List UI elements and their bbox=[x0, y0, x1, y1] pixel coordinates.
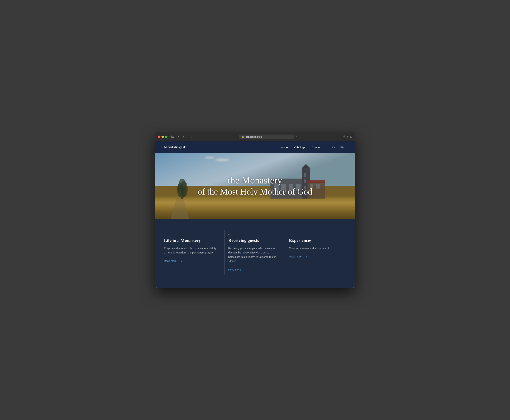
lang-sk[interactable]: SK bbox=[330, 144, 337, 150]
grid-button[interactable]: ⊞ bbox=[350, 135, 352, 138]
site-logo[interactable]: benediktinky.sk bbox=[164, 145, 186, 149]
grid-icon: ⊞ bbox=[350, 135, 352, 138]
arrow-icon: ⟶ bbox=[178, 259, 182, 263]
browser-window: ▾ ‹ › 🛡 🔒 benediktinky.sk ↻ ⎙ + bbox=[155, 132, 355, 288]
forward-button[interactable]: › bbox=[185, 135, 188, 139]
card-3-title: Experiences bbox=[289, 238, 339, 243]
arrow-icon-2: ⟶ bbox=[242, 268, 247, 271]
share-button[interactable]: ⎙ bbox=[343, 135, 345, 138]
card-1: 01 Life in a Monastery Prayers and penan… bbox=[164, 230, 224, 275]
card-3: 03 Experiences Monastery from a visitor´… bbox=[286, 230, 346, 275]
card-2-number: 02 bbox=[228, 233, 278, 236]
close-button[interactable] bbox=[158, 136, 160, 138]
share-icon: ⎙ bbox=[343, 135, 345, 138]
sidebar-toggle-button[interactable] bbox=[170, 135, 175, 139]
address-bar[interactable]: 🔒 benediktinky.sk bbox=[239, 135, 294, 139]
nav-divider bbox=[327, 145, 327, 150]
chevron-down-icon: ▾ bbox=[178, 135, 179, 138]
card-1-read-more[interactable]: Read more ⟶ bbox=[164, 259, 217, 263]
nav-link-offerings[interactable]: Offerings bbox=[292, 144, 308, 150]
minimize-button[interactable] bbox=[162, 136, 164, 138]
lock-icon: 🔒 bbox=[242, 136, 244, 138]
lang-en[interactable]: EN bbox=[339, 144, 346, 150]
nav-buttons: ‹ › bbox=[182, 135, 188, 139]
website-content: benediktinky.sk Home Offerings Contact S… bbox=[155, 142, 355, 288]
hero-title-line1: the Monastery bbox=[228, 175, 282, 186]
security-shield-icon: 🛡 bbox=[191, 135, 193, 138]
hero-title-line2: of the Most Holy Mother of God bbox=[198, 186, 312, 197]
plus-icon: + bbox=[347, 135, 348, 138]
card-1-text: Prayers and penance: the most important … bbox=[164, 246, 217, 255]
back-button[interactable]: ‹ bbox=[182, 135, 185, 139]
card-2: 02 Receiving guests Receiving guests: An… bbox=[224, 230, 285, 275]
cards-grid: 01 Life in a Monastery Prayers and penan… bbox=[164, 230, 346, 275]
traffic-lights bbox=[158, 136, 167, 138]
card-3-number: 03 bbox=[289, 233, 339, 236]
card-1-title: Life in a Monastery bbox=[164, 238, 217, 243]
reload-button[interactable]: ↻ bbox=[295, 135, 297, 139]
new-tab-button[interactable]: + bbox=[347, 135, 348, 138]
nav-link-home[interactable]: Home bbox=[278, 144, 290, 150]
svg-rect-0 bbox=[170, 135, 172, 138]
browser-chrome: ▾ ‹ › 🛡 🔒 benediktinky.sk ↻ ⎙ + bbox=[155, 132, 355, 142]
forward-icon: › bbox=[186, 135, 187, 138]
site-navigation: benediktinky.sk Home Offerings Contact S… bbox=[155, 142, 355, 153]
svg-rect-2 bbox=[172, 136, 174, 137]
hero-section: the Monastery of the Most Holy Mother of… bbox=[155, 153, 355, 219]
card-1-number: 01 bbox=[164, 233, 217, 236]
browser-actions: ⎙ + ⊞ bbox=[343, 135, 352, 138]
address-bar-container: 🔒 benediktinky.sk ↻ bbox=[196, 135, 341, 139]
card-2-text: Receiving guests: Anyone who desires to … bbox=[228, 246, 278, 263]
card-2-title: Receiving guests bbox=[228, 238, 278, 243]
back-icon: ‹ bbox=[183, 135, 184, 138]
card-3-text: Monastery from a visitor´s perspective. bbox=[289, 246, 339, 251]
content-section: 01 Life in a Monastery Prayers and penan… bbox=[155, 219, 355, 288]
sidebar-chevron-button[interactable]: ▾ bbox=[177, 135, 180, 138]
nav-link-contact[interactable]: Contact bbox=[309, 144, 324, 150]
arrow-icon-3: ⟶ bbox=[303, 255, 307, 258]
card-3-read-more[interactable]: Read more ⟶ bbox=[289, 255, 339, 258]
card-2-read-more[interactable]: Read more ⟶ bbox=[228, 268, 278, 271]
hero-content: the Monastery of the Most Holy Mother of… bbox=[155, 153, 355, 219]
svg-rect-3 bbox=[172, 137, 174, 138]
nav-links: Home Offerings Contact SK EN bbox=[278, 144, 346, 150]
svg-rect-1 bbox=[172, 136, 174, 136]
url-text: benediktinky.sk bbox=[246, 135, 262, 138]
fullscreen-button[interactable] bbox=[165, 136, 167, 138]
